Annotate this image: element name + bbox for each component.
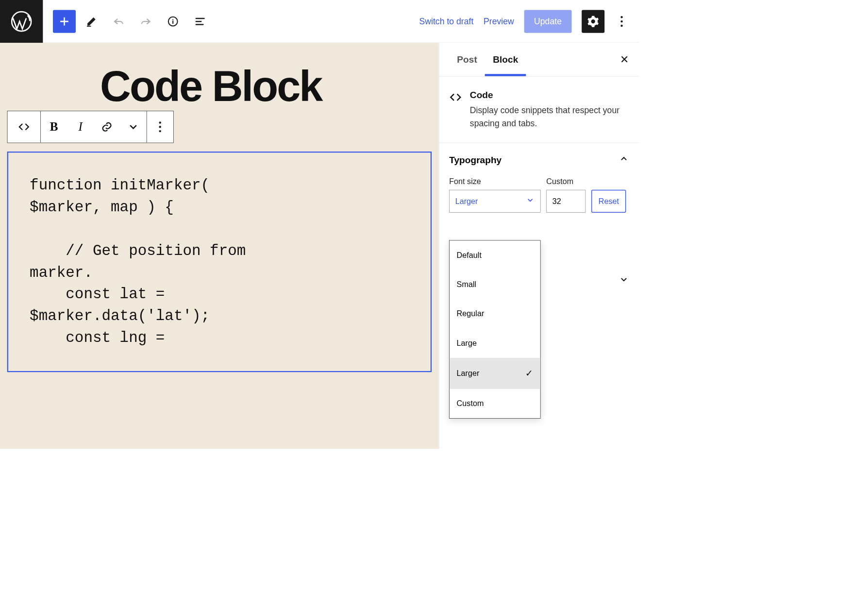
top-toolbar: Switch to draft Preview Update [0,0,639,43]
editor-tools [43,10,211,33]
collapsed-panel-toggle[interactable] [619,274,629,286]
block-type-icon[interactable] [7,111,40,143]
option-default[interactable]: Default [450,240,540,270]
block-toolbar: B I [7,111,174,143]
wordpress-logo[interactable] [0,0,43,43]
settings-button[interactable] [582,10,604,33]
top-actions: Switch to draft Preview Update [419,10,639,33]
code-block[interactable]: function initMarker( $marker, map ) { //… [7,152,432,372]
check-icon: ✓ [525,368,533,379]
update-button: Update [524,10,571,33]
option-regular[interactable]: Regular [450,299,540,328]
font-size-dropdown: Default Small Regular Large Larger ✓ Cus… [449,240,540,419]
block-info: Code Display code snippets that respect … [439,77,639,143]
option-custom[interactable]: Custom [450,389,540,418]
preview-button[interactable]: Preview [484,16,514,26]
typography-label: Typography [449,154,501,166]
bold-button[interactable]: B [41,111,67,143]
custom-label: Custom [546,177,585,186]
outline-button[interactable] [189,10,212,33]
more-options-button[interactable] [615,16,629,27]
chevron-up-icon [619,153,629,166]
more-formatting-button[interactable] [120,111,146,143]
custom-size-input[interactable]: 32 [546,190,585,213]
code-icon [449,89,462,130]
page-title[interactable]: Code Block [7,43,432,111]
close-sidebar-button[interactable]: ✕ [620,53,629,66]
font-size-label: Font size [449,177,540,186]
typography-panel-body: Font size Larger Custom 32 Reset [439,177,639,222]
sidebar-tabs: Post Block ✕ [439,43,639,76]
redo-button [134,10,157,33]
option-larger[interactable]: Larger ✓ [450,358,540,389]
block-description: Display code snippets that respect your … [470,104,629,130]
link-button[interactable] [94,111,120,143]
tab-block[interactable]: Block [485,43,526,76]
font-size-select[interactable]: Larger [449,190,540,213]
font-size-selected: Larger [455,197,478,206]
undo-button [107,10,130,33]
editor-canvas[interactable]: Code Block B I [0,43,439,449]
workspace: Code Block B I [0,43,639,449]
settings-sidebar: Post Block ✕ Code Display code snippets … [439,43,639,449]
option-small[interactable]: Small [450,270,540,299]
option-larger-label: Larger [457,369,480,378]
block-options-button[interactable] [147,111,173,143]
add-block-button[interactable] [53,10,76,33]
svg-rect-1 [87,26,91,27]
tab-post[interactable]: Post [449,43,485,76]
details-button[interactable] [162,10,184,33]
option-large[interactable]: Large [450,328,540,357]
edit-tool-button[interactable] [80,10,103,33]
italic-button[interactable]: I [67,111,93,143]
reset-button[interactable]: Reset [591,190,626,213]
block-name: Code [470,89,629,101]
chevron-down-icon [526,196,534,206]
typography-panel-header[interactable]: Typography [439,143,639,177]
switch-to-draft-button[interactable]: Switch to draft [419,16,473,26]
